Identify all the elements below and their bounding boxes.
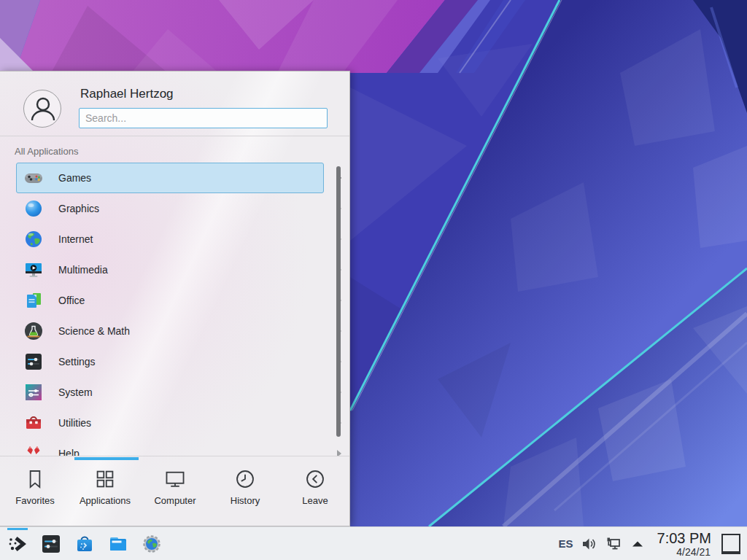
category-list: Games Graphics (0, 163, 350, 456)
caret-up-icon[interactable] (630, 536, 646, 552)
help-icon (24, 444, 43, 456)
computer-icon (164, 468, 186, 490)
tab-label: Computer (154, 495, 196, 506)
category-label: Settings (58, 356, 96, 368)
header-separator (0, 136, 349, 136)
keyboard-layout-indicator[interactable]: ES (559, 537, 573, 550)
launcher-tabbar: Favorites Applications Computer (0, 462, 350, 521)
tab-label: History (231, 495, 260, 506)
search-input[interactable] (79, 108, 328, 128)
application-launcher-button[interactable] (7, 534, 28, 554)
network-icon[interactable] (605, 536, 622, 552)
graphics-icon (24, 199, 43, 218)
konqueror-icon (142, 534, 162, 554)
multimedia-icon (24, 260, 43, 279)
active-tab-indicator (74, 457, 139, 460)
category-label: Graphics (58, 203, 99, 214)
system-settings-button[interactable] (41, 534, 61, 554)
category-label: Internet (58, 233, 93, 245)
taskbar-apps (0, 534, 162, 554)
discover-button[interactable] (74, 534, 95, 554)
category-label: System (58, 386, 93, 398)
tab-leave[interactable]: Leave (280, 462, 350, 521)
launcher-header: Raphael Hertzog (0, 71, 349, 136)
category-label: Office (58, 295, 85, 306)
submenu-arrow-icon (337, 450, 341, 456)
leave-icon (304, 468, 326, 490)
favorites-icon (24, 468, 46, 490)
science-icon (24, 322, 43, 341)
office-icon (24, 291, 43, 310)
system-icon (24, 383, 43, 402)
desktop: Raphael Hertzog All Applications Games (0, 0, 747, 560)
tab-applications[interactable]: Applications (70, 462, 140, 521)
taskbar: ES 7:03 PM 4/24/2 (0, 526, 747, 560)
application-launcher-menu: Raphael Hertzog All Applications Games (0, 71, 350, 526)
tab-label: Favorites (15, 495, 54, 506)
clock-time: 7:03 PM (657, 531, 711, 545)
category-label: Help (58, 448, 80, 456)
tab-computer[interactable]: Computer (140, 462, 210, 521)
settings-icon (24, 352, 43, 371)
category-label: Utilities (58, 417, 91, 429)
section-label: All Applications (15, 146, 78, 157)
tab-history[interactable]: History (210, 462, 280, 521)
discover-icon (74, 534, 95, 554)
category-label: Multimedia (58, 264, 108, 276)
system-tray: ES (559, 536, 646, 552)
user-name: Raphael Hertzog (80, 87, 174, 101)
games-icon (24, 168, 43, 187)
applications-icon (94, 468, 116, 490)
user-icon (24, 90, 62, 128)
dolphin-button[interactable] (108, 534, 128, 554)
category-utilities[interactable]: Utilities (0, 408, 350, 438)
digital-clock[interactable]: 7:03 PM 4/24/21 (657, 531, 711, 557)
taskbar-right: ES 7:03 PM 4/24/2 (559, 531, 747, 557)
footer-separator (0, 456, 349, 456)
category-office[interactable]: Office (0, 285, 350, 316)
category-help[interactable]: Help (0, 438, 350, 456)
category-internet[interactable]: Internet (0, 224, 350, 254)
category-multimedia[interactable]: Multimedia (0, 254, 350, 285)
category-label: Games (58, 172, 91, 184)
internet-icon (24, 230, 43, 249)
utilities-icon (24, 413, 43, 432)
tab-label: Leave (302, 495, 328, 506)
show-desktop-button[interactable] (721, 534, 740, 554)
category-science-math[interactable]: Science & Math (0, 316, 350, 346)
category-system[interactable]: System (0, 377, 350, 408)
system-settings-icon (41, 534, 61, 554)
dolphin-icon (108, 534, 128, 554)
volume-icon[interactable] (581, 536, 597, 552)
user-avatar[interactable] (23, 90, 61, 128)
scrollbar-thumb[interactable] (336, 166, 341, 437)
category-settings[interactable]: Settings (0, 346, 350, 377)
category-games[interactable]: Games (0, 163, 350, 193)
category-label: Science & Math (58, 325, 130, 337)
kde-launcher-icon (7, 534, 28, 554)
history-icon (234, 468, 256, 490)
launcher-active-indicator (7, 528, 28, 530)
clock-date: 4/24/21 (676, 547, 711, 557)
tab-favorites[interactable]: Favorites (0, 462, 70, 521)
category-graphics[interactable]: Graphics (0, 193, 350, 224)
konqueror-button[interactable] (142, 534, 162, 554)
tab-label: Applications (80, 495, 131, 506)
